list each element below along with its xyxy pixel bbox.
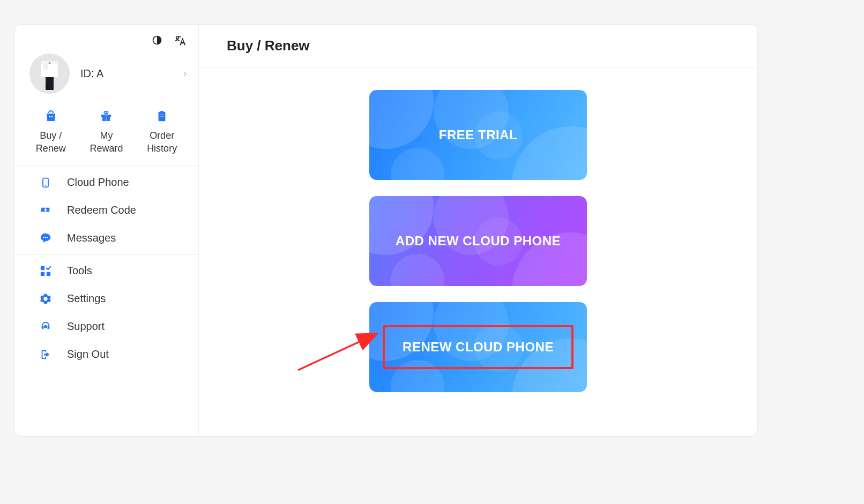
avatar	[29, 54, 70, 94]
quick-buy-renew[interactable]: Buy / Renew	[27, 109, 75, 155]
app-window: ID: A Buy / Renew My Reward Order Hi	[14, 24, 758, 437]
quick-label: Order History	[138, 129, 186, 155]
gear-icon	[39, 292, 52, 305]
profile-id-label: ID: A	[80, 67, 181, 80]
svg-rect-10	[106, 115, 107, 121]
quick-order-history[interactable]: Order History	[138, 109, 186, 155]
svg-rect-22	[41, 266, 44, 269]
menu-label: Support	[67, 320, 105, 333]
svg-rect-7	[46, 84, 49, 90]
menu-label: Settings	[67, 292, 106, 305]
menu-label: Tools	[67, 265, 92, 277]
menu-item-tools[interactable]: Tools	[14, 257, 198, 285]
card-renew-cloud-phone[interactable]: RENEW CLOUD PHONE	[369, 302, 587, 392]
svg-rect-13	[160, 111, 163, 113]
shopping-bag-icon	[43, 109, 58, 124]
menu-item-settings[interactable]: Settings	[14, 285, 198, 313]
menu-label: Sign Out	[67, 348, 109, 360]
clipboard-icon	[154, 109, 169, 124]
card-label: RENEW CLOUD PHONE	[394, 340, 562, 355]
menu-label: Cloud Phone	[67, 176, 129, 189]
svg-point-21	[47, 237, 48, 238]
svg-line-26	[298, 334, 376, 370]
menu-item-redeem-code[interactable]: Redeem Code	[14, 197, 198, 224]
svg-point-17	[45, 185, 46, 186]
cards-area: FREE TRIAL ADD NEW CLOUD PHONE RENEW CLO…	[199, 67, 757, 436]
annotation-arrow-icon	[295, 325, 381, 373]
svg-point-20	[45, 237, 46, 238]
sidebar-menu: Cloud Phone Redeem Code Messages Tools	[14, 166, 198, 372]
svg-rect-23	[41, 272, 44, 275]
card-label: ADD NEW CLOUD PHONE	[387, 234, 569, 249]
theme-toggle-icon[interactable]	[151, 34, 163, 46]
phone-device-icon	[39, 176, 52, 189]
sidebar: ID: A Buy / Renew My Reward Order Hi	[14, 25, 199, 436]
profile-row[interactable]: ID: A	[14, 50, 198, 101]
main-content: Buy / Renew FREE TRIAL ADD NEW CLOUD PHO…	[199, 25, 757, 436]
page-title: Buy / Renew	[199, 25, 757, 67]
card-add-new-cloud-phone[interactable]: ADD NEW CLOUD PHONE	[369, 196, 587, 286]
svg-rect-15	[160, 116, 163, 117]
language-icon[interactable]	[175, 34, 187, 46]
menu-item-cloud-phone[interactable]: Cloud Phone	[14, 169, 198, 197]
support-agent-icon	[39, 320, 52, 333]
svg-point-19	[43, 237, 44, 238]
menu-item-messages[interactable]: Messages	[14, 224, 198, 252]
menu-label: Messages	[67, 232, 116, 244]
svg-rect-3	[43, 64, 48, 70]
quick-actions: Buy / Renew My Reward Order History	[14, 101, 198, 166]
gift-icon	[99, 109, 114, 124]
quick-label: My Reward	[82, 129, 130, 155]
card-label: FREE TRIAL	[430, 127, 526, 142]
quick-label: Buy / Renew	[27, 129, 75, 155]
svg-point-25	[44, 325, 47, 328]
menu-item-sign-out[interactable]: Sign Out	[14, 341, 198, 368]
menu-label: Redeem Code	[67, 204, 136, 216]
card-free-trial[interactable]: FREE TRIAL	[369, 90, 587, 180]
svg-rect-24	[47, 272, 50, 275]
svg-rect-14	[160, 114, 163, 115]
svg-point-5	[49, 62, 51, 64]
menu-divider	[14, 254, 198, 255]
menu-item-support[interactable]: Support	[14, 313, 198, 341]
quick-my-reward[interactable]: My Reward	[82, 109, 130, 155]
sign-out-icon	[39, 348, 52, 361]
top-icons	[14, 34, 198, 50]
ticket-icon	[39, 204, 52, 217]
chat-bubble-icon	[39, 232, 52, 245]
chevron-right-icon	[181, 67, 189, 80]
grid-check-icon	[39, 265, 52, 277]
